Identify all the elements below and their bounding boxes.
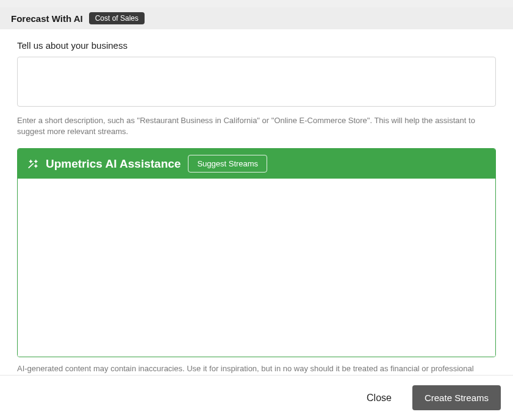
dialog-footer: Close Create Streams: [0, 375, 513, 420]
content-area: Tell us about your business Enter a shor…: [0, 29, 513, 386]
ai-assistance-panel: Upmetrics AI Assistance Suggest Streams: [17, 148, 496, 357]
business-description-label: Tell us about your business: [17, 40, 502, 51]
close-button[interactable]: Close: [358, 386, 400, 410]
header-bar: Forecast With AI Cost of Sales: [0, 7, 513, 29]
business-description-input[interactable]: [17, 57, 496, 107]
page-title: Forecast With AI: [11, 13, 83, 24]
magic-wand-icon: [26, 158, 38, 170]
suggest-streams-button[interactable]: Suggest Streams: [188, 155, 267, 173]
top-spacer: [0, 0, 513, 7]
ai-panel-header: Upmetrics AI Assistance Suggest Streams: [18, 149, 495, 179]
business-description-helper: Enter a short description, such as "Rest…: [17, 115, 496, 137]
cost-of-sales-badge: Cost of Sales: [89, 12, 145, 24]
ai-panel-body: [18, 179, 495, 357]
ai-panel-title: Upmetrics AI Assistance: [46, 157, 181, 171]
create-streams-button[interactable]: Create Streams: [412, 385, 501, 410]
